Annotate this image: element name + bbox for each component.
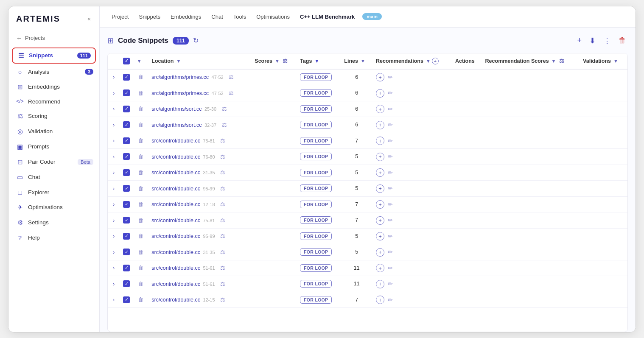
sidebar-item-explorer[interactable]: □ Explorer	[8, 185, 99, 200]
sidebar-item-prompts[interactable]: ▣ Prompts	[8, 139, 99, 154]
delete-row-button[interactable]: 🗑	[137, 105, 145, 113]
select-all-checkbox[interactable]: ✓	[123, 58, 130, 64]
back-projects-button[interactable]: ← Projects	[8, 29, 99, 45]
compare-row-button[interactable]: ⚖	[219, 264, 227, 272]
delete-row-button[interactable]: 🗑	[137, 168, 145, 176]
th-filter[interactable]: ▼	[133, 53, 148, 69]
row-checkbox[interactable]: ✓	[123, 265, 130, 271]
add-recommendation-button[interactable]: +	[376, 232, 384, 240]
compare-row-button[interactable]: ⚖	[219, 200, 227, 208]
rec-filter-icon[interactable]: ▼	[426, 59, 431, 64]
add-recommendation-button[interactable]: +	[376, 137, 384, 145]
compare-row-button[interactable]: ⚖	[219, 153, 227, 161]
delete-row-button[interactable]: 🗑	[137, 73, 145, 81]
topnav-embeddings[interactable]: Embeddings	[166, 12, 205, 22]
expand-button[interactable]: ›	[111, 153, 116, 161]
scores-compare-icon[interactable]: ⚖	[283, 58, 288, 64]
edit-recommendation-button[interactable]: ✏	[386, 89, 395, 97]
expand-button[interactable]: ›	[111, 121, 116, 129]
add-recommendation-button[interactable]: +	[376, 184, 384, 193]
add-recommendation-button[interactable]: +	[376, 264, 384, 272]
add-recommendation-button[interactable]: +	[376, 200, 384, 209]
edit-recommendation-button[interactable]: ✏	[386, 200, 395, 209]
delete-row-button[interactable]: 🗑	[137, 153, 145, 161]
check-cell[interactable]: ✓	[120, 101, 133, 117]
edit-recommendation-button[interactable]: ✏	[386, 248, 395, 256]
expand-button[interactable]: ›	[111, 264, 116, 272]
th-select-all[interactable]: ✓	[120, 53, 133, 69]
topnav-chat[interactable]: Chat	[207, 12, 227, 22]
delete-row-button[interactable]: 🗑	[137, 280, 145, 288]
row-checkbox[interactable]: ✓	[123, 137, 130, 144]
edit-recommendation-button[interactable]: ✏	[386, 73, 395, 81]
collapse-button[interactable]: «	[86, 14, 92, 23]
expand-button[interactable]: ›	[111, 280, 116, 288]
add-recommendation-button[interactable]: +	[376, 89, 384, 98]
delete-row-button[interactable]: 🗑	[137, 232, 145, 240]
row-checkbox[interactable]: ✓	[123, 249, 130, 255]
edit-recommendation-button[interactable]: ✏	[386, 105, 395, 113]
rec-add-icon[interactable]: +	[432, 58, 439, 64]
sidebar-item-scoring[interactable]: ⚖ Scoring	[8, 109, 99, 124]
rec-scores-filter-icon[interactable]: ▼	[552, 59, 556, 64]
scores-filter-icon[interactable]: ▼	[275, 59, 280, 64]
sidebar-item-pair-coder[interactable]: ⊡ Pair Coder Beta	[8, 154, 99, 170]
delete-row-button[interactable]: 🗑	[137, 121, 145, 129]
compare-row-button[interactable]: ⚖	[221, 105, 228, 113]
expand-button[interactable]: ›	[111, 216, 116, 224]
row-checkbox[interactable]: ✓	[123, 280, 130, 287]
row-checkbox[interactable]: ✓	[123, 233, 130, 240]
lines-filter-icon[interactable]: ▼	[361, 59, 365, 64]
tags-filter-icon[interactable]: ▼	[314, 59, 319, 64]
row-checkbox[interactable]: ✓	[123, 296, 130, 303]
expand-button[interactable]: ›	[111, 73, 116, 81]
expand-button[interactable]: ›	[111, 168, 116, 176]
compare-row-button[interactable]: ⚖	[227, 89, 235, 97]
download-button[interactable]: ⬇	[588, 34, 597, 47]
delete-row-button[interactable]: 🗑	[137, 89, 145, 97]
row-checkbox[interactable]: ✓	[123, 106, 130, 112]
add-recommendation-button[interactable]: +	[376, 280, 384, 288]
row-checkbox[interactable]: ✓	[123, 217, 130, 223]
edit-recommendation-button[interactable]: ✏	[386, 120, 395, 129]
compare-row-button[interactable]: ⚖	[219, 296, 227, 304]
row-checkbox[interactable]: ✓	[123, 169, 130, 176]
row-checkbox[interactable]: ✓	[123, 153, 130, 160]
refresh-icon[interactable]: ↻	[193, 36, 199, 45]
expand-button[interactable]: ›	[111, 137, 116, 145]
check-cell[interactable]: ✓	[120, 212, 133, 229]
check-cell[interactable]: ✓	[120, 69, 133, 85]
sidebar-item-settings[interactable]: ⚙ Settings	[8, 215, 99, 230]
delete-row-button[interactable]: 🗑	[137, 137, 145, 145]
add-button[interactable]: +	[575, 34, 583, 47]
topnav-tools[interactable]: Tools	[229, 12, 250, 22]
add-recommendation-button[interactable]: +	[376, 216, 384, 225]
check-cell[interactable]: ✓	[120, 117, 133, 133]
add-recommendation-button[interactable]: +	[376, 296, 384, 304]
compare-row-button[interactable]: ⚖	[219, 248, 227, 256]
sidebar-item-analysis[interactable]: ○ Analysis 3	[8, 64, 99, 79]
delete-row-button[interactable]: 🗑	[137, 200, 145, 208]
delete-row-button[interactable]: 🗑	[137, 296, 145, 304]
more-button[interactable]: ⋮	[602, 34, 613, 47]
check-cell[interactable]: ✓	[120, 181, 133, 197]
sidebar-item-optimisations[interactable]: ✈ Optimisations	[8, 200, 99, 215]
expand-button[interactable]: ›	[111, 296, 116, 304]
sidebar-item-help[interactable]: ? Help	[8, 230, 99, 245]
delete-row-button[interactable]: 🗑	[137, 264, 145, 272]
edit-recommendation-button[interactable]: ✏	[386, 184, 395, 193]
compare-row-button[interactable]: ⚖	[227, 73, 235, 81]
edit-recommendation-button[interactable]: ✏	[386, 296, 395, 304]
compare-row-button[interactable]: ⚖	[219, 232, 227, 240]
expand-button[interactable]: ›	[111, 105, 116, 113]
delete-row-button[interactable]: 🗑	[137, 184, 145, 193]
compare-row-button[interactable]: ⚖	[219, 184, 227, 193]
check-cell[interactable]: ✓	[120, 85, 133, 101]
check-cell[interactable]: ✓	[120, 149, 133, 165]
edit-recommendation-button[interactable]: ✏	[386, 216, 395, 224]
add-recommendation-button[interactable]: +	[376, 248, 384, 257]
edit-recommendation-button[interactable]: ✏	[386, 264, 395, 272]
check-cell[interactable]: ✓	[120, 165, 133, 181]
check-cell[interactable]: ✓	[120, 228, 133, 244]
edit-recommendation-button[interactable]: ✏	[386, 168, 395, 177]
